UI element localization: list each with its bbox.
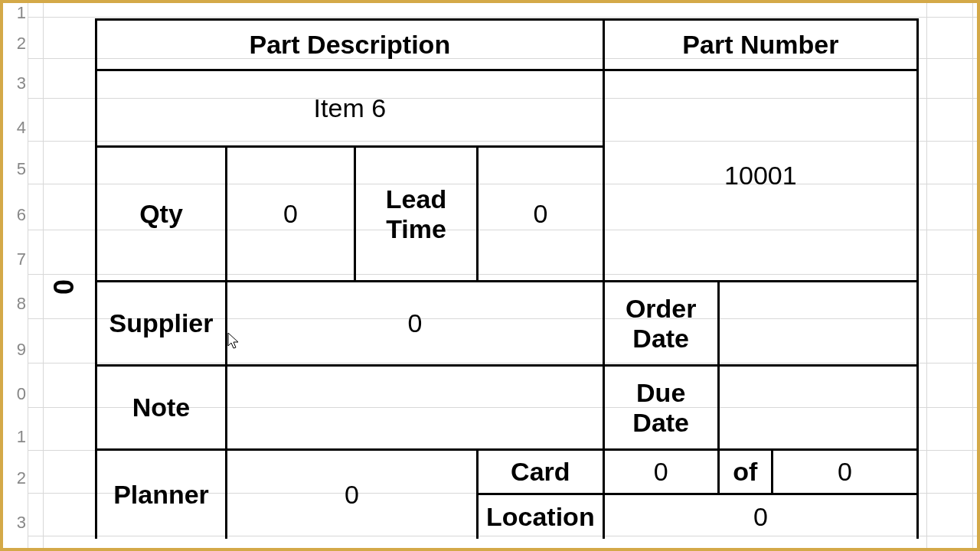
row-number: 1 — [6, 427, 26, 447]
header-qty: Qty — [96, 147, 227, 282]
row-number: 1 — [6, 3, 26, 23]
value-part-number[interactable]: 10001 — [603, 70, 917, 282]
row-number: 9 — [6, 340, 26, 360]
row-number: 2 — [6, 34, 26, 54]
value-card-num[interactable]: 0 — [603, 450, 718, 494]
header-order-date: Order Date — [603, 282, 718, 366]
header-supplier: Supplier — [96, 282, 227, 366]
value-qty[interactable]: 0 — [227, 147, 355, 282]
header-note: Note — [96, 366, 227, 450]
value-due-date[interactable] — [718, 366, 917, 450]
value-part-description[interactable]: Item 6 — [96, 70, 604, 147]
row-number: 4 — [6, 118, 26, 138]
kanban-card-table[interactable]: Part Description Part Number Item 6 1000… — [95, 18, 919, 539]
label-of: of — [718, 450, 772, 494]
header-lead-time: Lead Time — [355, 147, 478, 282]
value-location[interactable]: 0 — [603, 494, 917, 539]
row-number: 6 — [6, 205, 26, 225]
row-number: 3 — [6, 73, 26, 93]
header-card: Card — [478, 450, 604, 494]
row-number: 5 — [6, 159, 26, 179]
header-part-description: Part Description — [96, 20, 604, 70]
row-number: 3 — [6, 513, 26, 533]
value-card-total[interactable]: 0 — [772, 450, 917, 494]
row-number: 7 — [6, 249, 26, 269]
header-part-number: Part Number — [603, 20, 917, 70]
side-rotated-label: 0 — [48, 279, 80, 295]
value-lead-time[interactable]: 0 — [478, 147, 604, 282]
value-note[interactable] — [227, 366, 604, 450]
row-number-gutter: 1 2 3 4 5 6 7 8 9 0 1 2 3 — [6, 3, 29, 548]
row-number: 2 — [6, 468, 26, 488]
row-number: 0 — [6, 384, 26, 404]
header-planner: Planner — [96, 450, 227, 539]
value-planner[interactable]: 0 — [227, 450, 478, 539]
header-location: Location — [478, 494, 604, 539]
value-supplier[interactable]: 0 — [227, 282, 604, 366]
value-order-date[interactable] — [718, 282, 917, 366]
row-number: 8 — [6, 294, 26, 314]
header-due-date: Due Date — [603, 366, 718, 450]
